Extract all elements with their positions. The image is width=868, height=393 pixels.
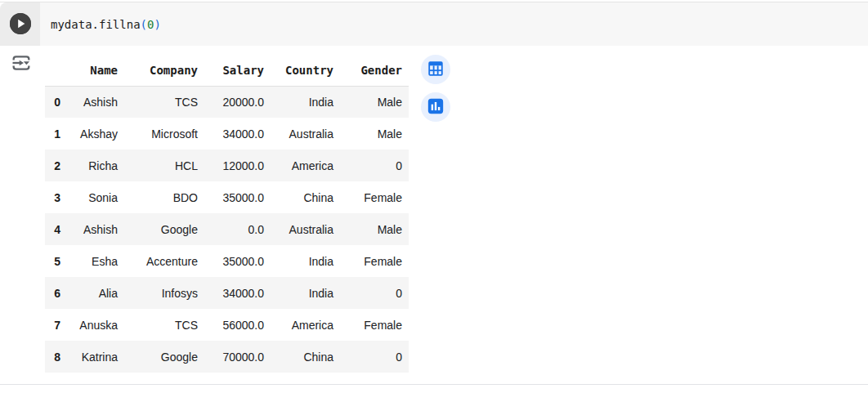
column-header-gender: Gender	[340, 55, 409, 86]
table-cell: Australia	[271, 118, 340, 150]
table-cell: 34000.0	[204, 118, 271, 150]
row-index: 6	[45, 277, 67, 309]
table-cell: Esha	[67, 245, 124, 277]
table-row: 3SoniaBDO35000.0ChinaFemale	[45, 181, 409, 213]
row-index: 0	[45, 86, 67, 118]
code-cell-gutter	[0, 2, 40, 46]
table-cell: TCS	[124, 86, 204, 118]
code-token: )	[154, 18, 160, 31]
column-header-salary: Salary	[204, 55, 271, 86]
table-cell: 0.0	[204, 213, 271, 245]
table-cell: Alia	[67, 277, 124, 309]
dataframe-table: NameCompanySalaryCountryGender 0AshishTC…	[45, 55, 409, 373]
row-index: 5	[45, 245, 67, 277]
table-cell: Akshay	[67, 118, 124, 150]
table-cell: Infosys	[124, 277, 204, 309]
table-cell: Female	[340, 309, 409, 341]
bar-chart-icon	[427, 97, 445, 118]
code-cell: mydata.fillna(0)	[0, 2, 868, 46]
notebook-cell: mydata.fillna(0) NameCompanySalaryCou	[0, 2, 868, 382]
table-cell: 0	[340, 277, 409, 309]
column-header-country: Country	[271, 55, 340, 86]
table-cell: Katrina	[67, 341, 124, 373]
table-cell: Richa	[67, 150, 124, 181]
table-cell: India	[271, 86, 340, 118]
table-row: 1AkshayMicrosoft34000.0AustraliaMale	[45, 118, 409, 150]
table-cell: 70000.0	[204, 341, 271, 373]
output-actions	[421, 55, 450, 122]
table-cell: Male	[340, 118, 409, 150]
table-cell: 0	[340, 341, 409, 373]
table-row: 4AshishGoogle0.0AustraliaMale	[45, 213, 409, 245]
table-cell: 12000.0	[204, 150, 271, 181]
table-cell: China	[271, 181, 340, 213]
code-token: (	[141, 18, 147, 31]
output-options-button[interactable]	[9, 51, 34, 76]
table-cell: Male	[340, 213, 409, 245]
table-cell: Australia	[271, 213, 340, 245]
table-cell: India	[271, 245, 340, 277]
table-cell: HCL	[124, 150, 204, 181]
table-cell: 56000.0	[204, 309, 271, 341]
table-row: 0AshishTCS20000.0IndiaMale	[45, 86, 409, 118]
suggest-charts-button[interactable]	[421, 92, 450, 122]
table-row: 2RichaHCL12000.0America0	[45, 150, 409, 181]
column-header-name: Name	[67, 55, 124, 86]
table-cell: 34000.0	[204, 277, 271, 309]
table-cell: Sonia	[67, 181, 124, 213]
table-body: 0AshishTCS20000.0IndiaMale1AkshayMicroso…	[45, 86, 409, 373]
table-row: 5EshaAccenture35000.0IndiaFemale	[45, 245, 409, 277]
table-cell: Google	[124, 341, 204, 373]
row-index: 8	[45, 341, 67, 373]
code-line: mydata.fillna(0)	[51, 18, 161, 31]
table-cell: America	[271, 150, 340, 181]
table-cell: Male	[340, 86, 409, 118]
row-index: 2	[45, 150, 67, 181]
table-cell: 20000.0	[204, 86, 271, 118]
cell-bottom-divider	[0, 384, 868, 385]
table-cell: Female	[340, 245, 409, 277]
table-cell: Female	[340, 181, 409, 213]
code-editor[interactable]: mydata.fillna(0)	[40, 2, 868, 46]
table-cell: Accenture	[124, 245, 204, 277]
row-index: 7	[45, 309, 67, 341]
table-cell: 0	[340, 150, 409, 181]
code-token: mydata.fillna	[51, 18, 141, 31]
column-header-company: Company	[124, 55, 204, 86]
interactive-table-button[interactable]	[421, 55, 450, 84]
table-cell: 35000.0	[204, 245, 271, 277]
table-cell: Microsoft	[124, 118, 204, 150]
table-cell: Google	[124, 213, 204, 245]
table-cell: China	[271, 341, 340, 373]
row-index: 4	[45, 213, 67, 245]
table-cell: Ashish	[67, 213, 124, 245]
table-cell: BDO	[124, 181, 204, 213]
output-transfer-icon	[10, 65, 33, 77]
table-cell: India	[271, 277, 340, 309]
table-header-row: NameCompanySalaryCountryGender	[45, 55, 409, 86]
row-index: 3	[45, 181, 67, 213]
table-cell: America	[271, 309, 340, 341]
run-cell-button[interactable]	[10, 13, 31, 34]
table-row: 7AnuskaTCS56000.0AmericaFemale	[45, 309, 409, 341]
play-icon	[10, 13, 31, 34]
table-cell: Anuska	[67, 309, 124, 341]
output-area: NameCompanySalaryCountryGender 0AshishTC…	[0, 46, 868, 382]
table-cell: Ashish	[67, 86, 124, 118]
table-row: 8KatrinaGoogle70000.0China0	[45, 341, 409, 373]
table-cell: 35000.0	[204, 181, 271, 213]
table-row: 6AliaInfosys34000.0India0	[45, 277, 409, 309]
table-grid-icon	[427, 60, 445, 80]
index-column-header	[45, 55, 67, 86]
row-index: 1	[45, 118, 67, 150]
table-cell: TCS	[124, 309, 204, 341]
